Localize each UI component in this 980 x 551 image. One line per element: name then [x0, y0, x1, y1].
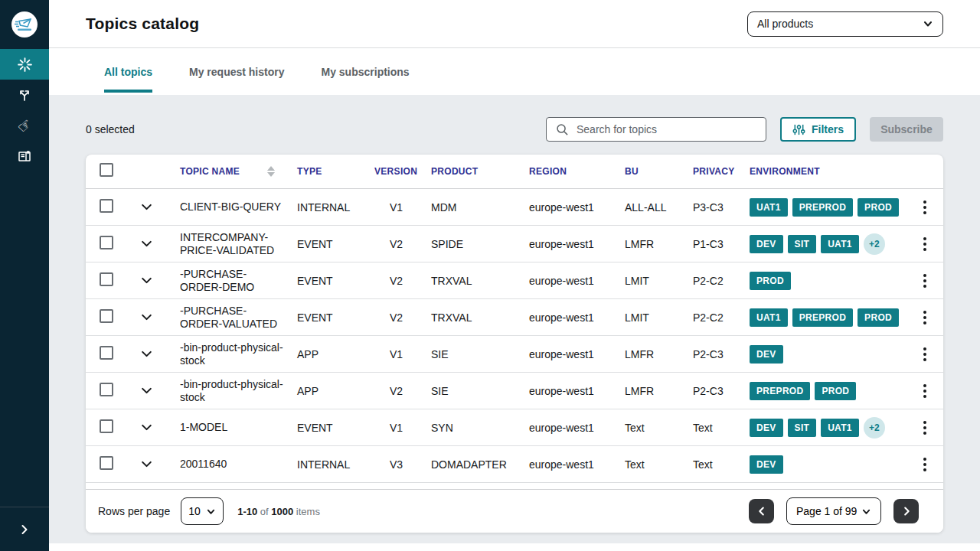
row-checkbox[interactable] [100, 383, 113, 396]
subscribe-button[interactable]: Subscribe [870, 117, 943, 142]
row-overflow-menu-button[interactable] [917, 381, 933, 401]
cell-bu: LMIT [615, 275, 683, 287]
row-chevron-down-icon [140, 458, 153, 471]
cell-topic-name: -bin-product-physical-stock [170, 341, 287, 367]
filters-label: Filters [812, 123, 844, 135]
search-input[interactable] [577, 123, 766, 135]
page-header: Topics catalog All products [49, 0, 980, 48]
sidebar-item-catalog-book[interactable] [0, 141, 49, 171]
app-logo[interactable] [0, 0, 49, 49]
search-icon [556, 123, 569, 136]
cell-bu: LMFR [615, 238, 683, 250]
environment-more-count[interactable]: +2 [864, 417, 885, 439]
row-checkbox[interactable] [100, 346, 113, 360]
row-chevron-down-icon [140, 311, 153, 324]
row-expand-button[interactable] [140, 237, 153, 250]
environment-badge: PROD [815, 382, 856, 400]
environment-badge: PREPROD [792, 308, 853, 327]
cell-topic-name: -PURCHASE-ORDER-VALUATED [170, 305, 287, 331]
row-overflow-menu-button[interactable] [917, 234, 933, 254]
cell-environments: UAT1PREPRODPROD [740, 198, 906, 217]
column-header-type: TYPE [287, 166, 364, 177]
cell-product: TRXVAL [421, 275, 519, 287]
select-all-checkbox[interactable] [100, 163, 113, 177]
tab-my-subscriptions[interactable]: My subscriptions [322, 48, 410, 95]
table-footer: Rows per page 10 1-10 of 1000 items [86, 490, 943, 533]
row-checkbox[interactable] [100, 309, 113, 323]
topics-table-card: TOPIC NAME TYPE VERSION PRODUCT REGION B… [86, 155, 943, 533]
hand-icon: ☞ [13, 114, 35, 137]
row-overflow-menu-button[interactable] [917, 418, 933, 438]
row-overflow-menu-button[interactable] [917, 271, 933, 291]
cell-type: EVENT [287, 275, 364, 287]
environment-badge: UAT1 [750, 198, 788, 217]
row-expand-button[interactable] [140, 311, 153, 324]
row-expand-button[interactable] [140, 421, 153, 434]
environment-badge: DEV [750, 235, 783, 253]
column-header-topic-name: TOPIC NAME [170, 165, 287, 178]
cell-product: MDM [421, 201, 519, 214]
cell-version: V2 [364, 238, 421, 250]
row-expand-button[interactable] [140, 201, 153, 214]
row-checkbox[interactable] [100, 272, 113, 286]
row-checkbox[interactable] [100, 236, 113, 249]
row-overflow-menu-button[interactable] [917, 455, 933, 474]
row-checkbox[interactable] [100, 199, 113, 213]
content-area: 0 selected Filters [49, 95, 980, 551]
rows-per-page-select[interactable]: 10 [181, 497, 224, 525]
subscribe-label: Subscribe [880, 123, 933, 135]
row-overflow-menu-button[interactable] [917, 308, 933, 328]
cell-region: europe-west1 [519, 201, 615, 214]
cell-environments: PROD [740, 272, 906, 290]
cell-privacy: P3-C3 [683, 201, 740, 214]
environment-badge: PROD [750, 272, 791, 290]
toolbar-actions: Filters Subscribe [546, 117, 943, 142]
row-chevron-down-icon [140, 237, 153, 250]
environment-badge: DEV [750, 455, 783, 474]
sidebar-expand-button[interactable] [0, 507, 49, 551]
sort-button[interactable] [266, 165, 276, 178]
sidebar-item-split-flows[interactable] [0, 80, 49, 110]
sidebar-item-topics-catalog[interactable] [0, 49, 49, 80]
chevron-down-icon [206, 507, 216, 517]
cell-product: SIE [421, 385, 519, 397]
table-row: 1-MODEL EVENT V1 SYN europe-west1 Text T… [86, 409, 943, 446]
row-checkbox[interactable] [100, 419, 113, 433]
cell-region: europe-west1 [519, 238, 615, 250]
tab-my-request-history[interactable]: My request history [189, 48, 284, 95]
cell-bu: LMIT [615, 311, 683, 324]
row-expand-button[interactable] [140, 274, 153, 287]
row-expand-button[interactable] [140, 347, 153, 360]
product-filter-select[interactable]: All products [747, 11, 943, 37]
cell-bu: LMFR [615, 385, 683, 397]
split-arrows-icon [17, 87, 32, 103]
row-overflow-menu-button[interactable] [917, 197, 933, 217]
page-select[interactable]: Page 1 of 99 [786, 497, 881, 525]
environment-more-count[interactable]: +2 [864, 233, 885, 255]
table-body: CLIENT-BIG-QUERY INTERNAL V1 MDM europe-… [86, 189, 943, 483]
items-range-text: 1-10 of 1000 items [237, 506, 320, 517]
sidebar-item-hand[interactable]: ☞ [0, 110, 49, 141]
tab-label: My request history [189, 66, 284, 78]
chevron-left-icon [756, 505, 768, 517]
cell-region: europe-west1 [519, 311, 615, 324]
next-page-button[interactable] [893, 499, 919, 523]
row-checkbox[interactable] [100, 456, 113, 470]
cell-version: V2 [364, 275, 421, 287]
column-header-environment: ENVIRONMENT [740, 166, 906, 177]
row-chevron-down-icon [140, 274, 153, 287]
table-row: -PURCHASE-ORDER-DEMO EVENT V2 TRXVAL eur… [86, 262, 943, 299]
tab-all-topics[interactable]: All topics [104, 48, 152, 95]
page-title: Topics catalog [86, 15, 199, 33]
row-chevron-down-icon [140, 347, 153, 360]
previous-page-button[interactable] [749, 499, 774, 523]
row-expand-button[interactable] [140, 384, 153, 397]
cell-privacy: P2-C3 [683, 385, 740, 397]
filters-button[interactable]: Filters [780, 117, 856, 142]
row-overflow-menu-button[interactable] [917, 344, 933, 364]
cell-bu: Text [615, 422, 683, 434]
main-area: Topics catalog All products All topics M… [49, 0, 980, 551]
row-expand-button[interactable] [140, 458, 153, 471]
cell-topic-name: 20011640 [170, 458, 287, 471]
product-filter-value: All products [757, 18, 813, 30]
